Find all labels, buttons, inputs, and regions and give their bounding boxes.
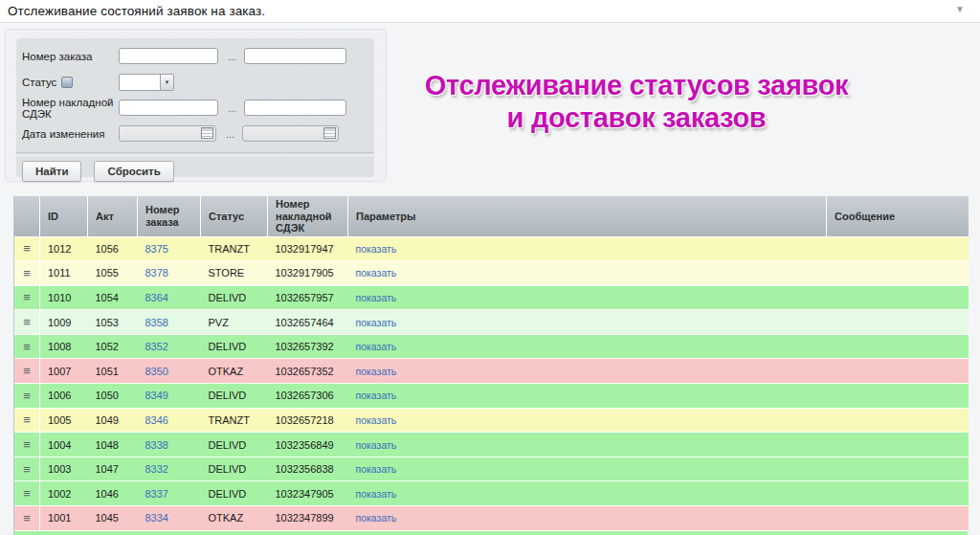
order-link[interactable]: 8378 — [145, 267, 168, 279]
cell-message — [827, 285, 969, 310]
partial-next-row — [14, 531, 968, 535]
cell-status: DELIVD — [201, 457, 268, 481]
column-header: Сообщение — [827, 196, 969, 236]
show-params-link[interactable]: показать — [356, 390, 397, 401]
row-menu-icon[interactable]: ≡ — [23, 315, 31, 329]
find-button[interactable]: Найти — [22, 161, 81, 182]
cell-waybill: 1032657464 — [268, 310, 348, 335]
orders-table-wrap: IDАктНомер заказаСтатусНомер накладной С… — [13, 196, 969, 535]
row-menu-icon[interactable]: ≡ — [23, 462, 31, 477]
show-params-link[interactable]: показать — [356, 292, 397, 303]
cell: 8375 — [138, 236, 201, 261]
order-link[interactable]: 8349 — [145, 390, 168, 401]
range-separator: ... — [226, 128, 234, 140]
cell: ≡ — [14, 506, 40, 531]
row-menu-icon[interactable]: ≡ — [23, 412, 31, 427]
order-number-to-input[interactable] — [244, 48, 346, 64]
cell: 8358 — [138, 310, 201, 335]
cell-status: DELIVD — [201, 433, 268, 457]
row-menu-icon[interactable]: ≡ — [23, 486, 31, 501]
order-number-from-input[interactable] — [119, 48, 218, 64]
cell: ≡ — [14, 310, 40, 335]
order-link[interactable]: 8346 — [145, 414, 168, 426]
cell: 8350 — [138, 359, 201, 384]
cell-status: OTKAZ — [201, 506, 268, 531]
waybill-from-input[interactable] — [119, 100, 218, 116]
cell-message — [827, 334, 969, 359]
order-link[interactable]: 8338 — [145, 439, 168, 451]
show-params-link[interactable]: показать — [356, 317, 397, 328]
order-link[interactable]: 8334 — [145, 512, 168, 524]
cell: показать — [348, 384, 827, 409]
show-params-link[interactable]: показать — [356, 463, 397, 475]
status-label: Статус — [22, 77, 56, 88]
cell-status: TRANZT — [201, 408, 268, 433]
status-select[interactable]: ▼ — [119, 74, 174, 91]
range-separator: ... — [228, 51, 236, 62]
show-params-link[interactable]: показать — [356, 341, 397, 352]
form-buttons: Найти Сбросить — [16, 156, 374, 182]
cell-status: TRANZT — [201, 236, 268, 261]
cell: ≡ — [14, 408, 40, 433]
column-header: Номер накладной СДЭК — [268, 196, 348, 236]
order-link[interactable]: 8375 — [145, 243, 168, 255]
cell-id: 1005 — [40, 408, 88, 433]
order-link[interactable]: 8332 — [145, 463, 168, 475]
show-params-link[interactable]: показать — [356, 512, 397, 524]
table-row: ≡100610508349DELIVD1032657306показать25.… — [14, 384, 969, 409]
cell-act: 1050 — [88, 384, 138, 409]
cell-id: 1007 — [40, 359, 88, 384]
cell: 8346 — [138, 408, 201, 433]
cell-act: 1048 — [88, 433, 138, 457]
reset-button[interactable]: Сбросить — [94, 161, 173, 182]
chevron-down-icon[interactable]: ▼ — [160, 75, 173, 90]
cell-id: 1012 — [40, 236, 88, 261]
show-params-link[interactable]: показать — [356, 414, 397, 426]
order-link[interactable]: 8352 — [145, 341, 168, 352]
table-row: ≡100210468337DELIVD1032347905показать19.… — [14, 481, 969, 506]
filter-row-status: Статус ▼ — [16, 69, 374, 95]
row-menu-icon[interactable]: ≡ — [23, 389, 31, 403]
order-link[interactable]: 8364 — [145, 292, 168, 303]
cell-waybill: 1032657352 — [268, 359, 348, 384]
order-link[interactable]: 8350 — [145, 366, 168, 377]
row-menu-icon[interactable]: ≡ — [23, 511, 31, 525]
row-menu-icon[interactable]: ≡ — [23, 437, 31, 452]
cell-status: DELIVD — [201, 334, 268, 359]
table-header-row: IDАктНомер заказаСтатусНомер накладной С… — [14, 196, 969, 236]
row-menu-icon[interactable]: ≡ — [23, 266, 31, 280]
table-row: ≡100110458334OTKAZ1032347899показать20.1… — [14, 506, 969, 531]
show-params-link[interactable]: показать — [356, 366, 397, 377]
cell-message — [827, 408, 969, 433]
row-menu-icon[interactable]: ≡ — [23, 340, 31, 354]
cell-waybill: 1032347899 — [268, 506, 348, 531]
calendar-icon[interactable] — [201, 127, 213, 139]
cell: показать — [348, 261, 827, 286]
cell-id: 1008 — [40, 334, 88, 359]
tracking-banner: Отслеживание статусов заявок и доставок … — [325, 69, 947, 134]
cell: показать — [348, 285, 827, 310]
cell: 8352 — [138, 334, 201, 359]
order-number-label: Номер заказа — [22, 51, 92, 62]
change-date-from-field — [119, 125, 216, 142]
row-menu-icon[interactable]: ≡ — [23, 290, 31, 304]
show-params-link[interactable]: показать — [356, 488, 397, 500]
show-params-link[interactable]: показать — [356, 439, 397, 451]
cell-waybill: 1032356838 — [268, 457, 348, 481]
order-link[interactable]: 8337 — [145, 488, 168, 500]
content-area: Номер заказа ... Статус ▼ Номер накладно… — [0, 23, 980, 535]
collapse-arrow-icon[interactable]: ▼ — [955, 4, 965, 14]
row-menu-icon[interactable]: ≡ — [23, 241, 31, 256]
order-link[interactable]: 8358 — [145, 317, 168, 328]
range-separator: ... — [228, 102, 236, 114]
status-help-icon[interactable] — [61, 77, 73, 88]
filter-row-waybill: Номер накладной СДЭК ... — [16, 95, 374, 121]
cell-waybill: 1032657306 — [268, 384, 348, 409]
filter-panel-inner: Номер заказа ... Статус ▼ Номер накладно… — [16, 38, 374, 177]
show-params-link[interactable]: показать — [356, 243, 397, 255]
show-params-link[interactable]: показать — [356, 267, 397, 279]
table-row: ≡101210568375TRANZT1032917947показать28.… — [14, 236, 969, 261]
top-bar: Отслеживание состояний заявок на заказ. … — [0, 0, 980, 23]
cell: 8332 — [138, 457, 201, 481]
row-menu-icon[interactable]: ≡ — [23, 364, 31, 378]
